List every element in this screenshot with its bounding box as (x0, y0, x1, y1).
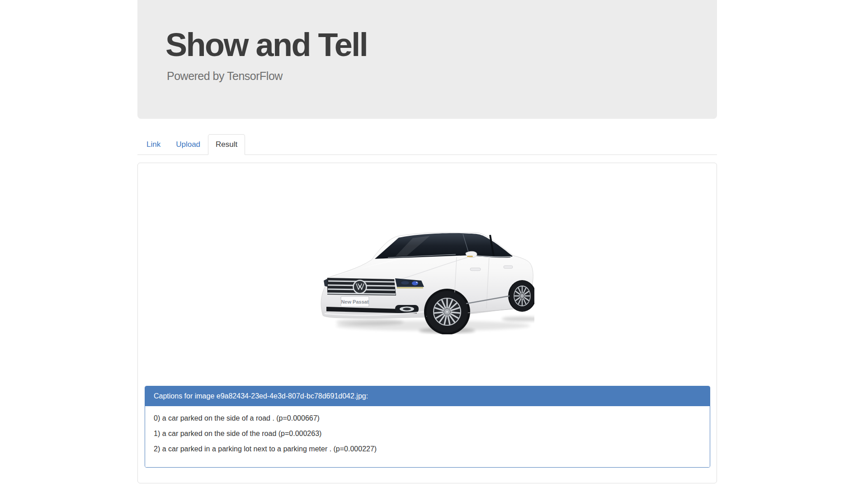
fog-lamp (395, 305, 419, 313)
front-wheel (426, 291, 468, 333)
car-image: New Passat (320, 230, 534, 334)
caption-line: 1) a car parked on the side of the road … (154, 429, 701, 438)
door-handle (504, 266, 513, 268)
svg-text:New Passat: New Passat (341, 299, 368, 305)
tab-result[interactable]: Result (208, 134, 245, 155)
captions-heading: Captions for image e9a82434-23ed-4e3d-80… (145, 386, 710, 406)
tab-bar: Link Upload Result (137, 134, 717, 155)
caption-line: 0) a car parked on the side of a road . … (154, 413, 701, 423)
captions-body: 0) a car parked on the side of a road . … (145, 406, 710, 467)
hero-banner: Show and Tell Powered by TensorFlow (137, 0, 717, 119)
captions-panel: Captions for image e9a82434-23ed-4e3d-80… (145, 386, 710, 468)
caption-line: 2) a car parked in a parking lot next to… (154, 444, 701, 454)
tab-link[interactable]: Link (139, 134, 168, 155)
page-subtitle: Powered by TensorFlow (167, 70, 690, 83)
page-container: Show and Tell Powered by TensorFlow Link… (137, 0, 717, 483)
side-mirror (466, 251, 477, 258)
rear-wheel (509, 281, 534, 311)
new-passat-badge: New Passat (341, 296, 369, 307)
vw-logo-icon (354, 281, 367, 294)
result-tab-panel: New Passat (137, 163, 717, 483)
page-title: Show and Tell (165, 28, 690, 62)
door-handle (470, 268, 481, 271)
tab-upload[interactable]: Upload (168, 134, 208, 155)
